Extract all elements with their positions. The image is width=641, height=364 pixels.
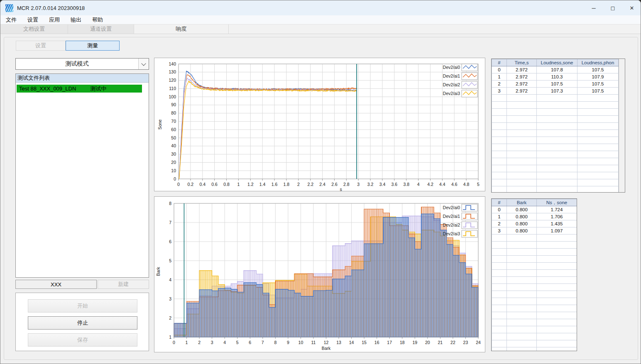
svg-text:9: 9: [287, 340, 289, 345]
empty-row: [492, 312, 577, 319]
menu-item-4[interactable]: 帮助: [87, 15, 108, 24]
empty-row: [492, 179, 619, 186]
empty-row: [492, 102, 619, 109]
empty-row: [492, 186, 619, 193]
column-header: Ns，sone: [537, 199, 577, 206]
svg-text:80: 80: [171, 110, 176, 115]
svg-text:0.2: 0.2: [188, 182, 194, 187]
tab-0[interactable]: 文档设置: [0, 24, 68, 34]
table-scrollbar-gutter[interactable]: [619, 59, 625, 192]
svg-text:8: 8: [169, 201, 171, 206]
test-file-name: Test 88_XXX_009_LDN: [19, 86, 76, 92]
svg-text:0: 0: [173, 340, 175, 345]
svg-text:3: 3: [211, 340, 213, 345]
app-logo-icon: [5, 4, 13, 12]
svg-text:4: 4: [417, 182, 420, 187]
subtab-1[interactable]: 测量: [66, 41, 120, 51]
tab-2[interactable]: 响度: [134, 24, 229, 34]
control-button-panel: 开始停止保存: [15, 293, 149, 351]
tab-1[interactable]: 通道设置: [68, 24, 134, 34]
maximize-button[interactable]: ◻: [603, 0, 622, 15]
minimize-button[interactable]: ─: [584, 0, 603, 15]
dropdown-button[interactable]: [138, 59, 149, 69]
test-mode-select[interactable]: 测试模式: [15, 58, 149, 70]
svg-text:3: 3: [357, 182, 360, 187]
svg-text:2: 2: [198, 340, 201, 345]
svg-text:Dev2/ai0: Dev2/ai0: [443, 205, 460, 210]
column-header: Loudness,sone: [537, 59, 577, 66]
svg-text:130: 130: [169, 69, 176, 74]
file-list-header: 测试文件列表: [16, 74, 149, 83]
empty-row: [492, 123, 619, 130]
tab-bar: 文档设置通道设置响度: [0, 24, 641, 34]
empty-row: [492, 284, 577, 291]
empty-row: [492, 235, 577, 242]
svg-text:s: s: [340, 187, 342, 191]
empty-row: [492, 158, 619, 165]
svg-text:120: 120: [169, 78, 176, 83]
svg-text:2.8: 2.8: [343, 182, 350, 187]
empty-row: [492, 319, 577, 326]
empty-row: [492, 333, 577, 340]
svg-text:4.4: 4.4: [439, 182, 445, 187]
svg-text:2: 2: [169, 315, 171, 320]
table-row[interactable]: 00.8001.724: [492, 206, 577, 213]
svg-text:22: 22: [450, 340, 455, 345]
file-button-0[interactable]: XXX: [15, 280, 97, 289]
svg-text:3: 3: [169, 296, 171, 301]
empty-row: [492, 116, 619, 123]
svg-text:7: 7: [262, 340, 264, 345]
subtab-0: 设置: [16, 41, 66, 51]
svg-text:6: 6: [249, 340, 251, 345]
control-button-0: 开始: [28, 299, 137, 313]
window-controls: ─◻✕: [584, 0, 641, 15]
svg-text:4.8: 4.8: [463, 182, 470, 187]
column-header: Loudness,phon: [577, 59, 619, 66]
svg-text:10: 10: [298, 340, 303, 345]
table-row[interactable]: 30.8001.097: [492, 227, 577, 235]
menu-item-1[interactable]: 设置: [22, 15, 44, 24]
empty-row: [492, 277, 577, 284]
empty-row: [492, 242, 577, 249]
table-row[interactable]: 22.972107.5107.5: [492, 81, 619, 88]
svg-text:10: 10: [171, 168, 176, 173]
svg-text:19: 19: [412, 340, 417, 345]
control-button-1[interactable]: 停止: [28, 316, 137, 330]
empty-row: [492, 137, 619, 144]
table-row[interactable]: 10.8001.706: [492, 213, 577, 220]
svg-text:1.6: 1.6: [272, 182, 278, 187]
table-row[interactable]: 12.972110.3107.9: [492, 73, 619, 81]
empty-row: [492, 172, 619, 179]
svg-text:1: 1: [186, 340, 188, 345]
svg-text:Dev2/ai1: Dev2/ai1: [443, 73, 460, 78]
column-header: Time,s: [507, 59, 537, 66]
app-window: MCR 2.07.0.014 202300918 ─◻✕ 文件设置应用输出帮助 …: [0, 0, 641, 364]
column-header: Bark: [507, 199, 537, 206]
svg-text:17: 17: [387, 340, 392, 345]
empty-row: [492, 95, 619, 102]
svg-text:3.8: 3.8: [403, 182, 409, 187]
svg-text:Sone: Sone: [157, 120, 162, 130]
svg-text:3.2: 3.2: [367, 182, 374, 187]
menu-item-2[interactable]: 应用: [44, 15, 65, 24]
svg-text:1: 1: [169, 335, 171, 340]
chevron-down-icon: [141, 61, 146, 66]
svg-text:12: 12: [324, 340, 329, 345]
svg-text:Bark: Bark: [156, 266, 161, 276]
test-file-list: 测试文件列表 Test 88_XXX_009_LDN 测试中: [15, 73, 149, 278]
svg-text:0.4: 0.4: [199, 182, 206, 187]
menu-item-3[interactable]: 输出: [65, 15, 87, 24]
table-row[interactable]: 02.972107.8107.5: [492, 66, 619, 73]
svg-text:14: 14: [349, 340, 354, 345]
table-row[interactable]: 32.972107.3107.5: [492, 88, 619, 95]
bark-ns-table-panel: #BarkNs，sone00.8001.72410.8001.70620.800…: [491, 198, 577, 351]
menu-item-0[interactable]: 文件: [0, 15, 22, 24]
test-file-item[interactable]: Test 88_XXX_009_LDN 测试中: [17, 85, 142, 93]
close-button[interactable]: ✕: [622, 0, 641, 15]
svg-text:1.2: 1.2: [247, 182, 254, 187]
table-row[interactable]: 20.8001.435: [492, 220, 577, 227]
svg-text:16: 16: [374, 340, 379, 345]
svg-text:1: 1: [237, 182, 240, 187]
menu-bar: 文件设置应用输出帮助: [0, 15, 641, 24]
empty-row: [492, 249, 577, 256]
